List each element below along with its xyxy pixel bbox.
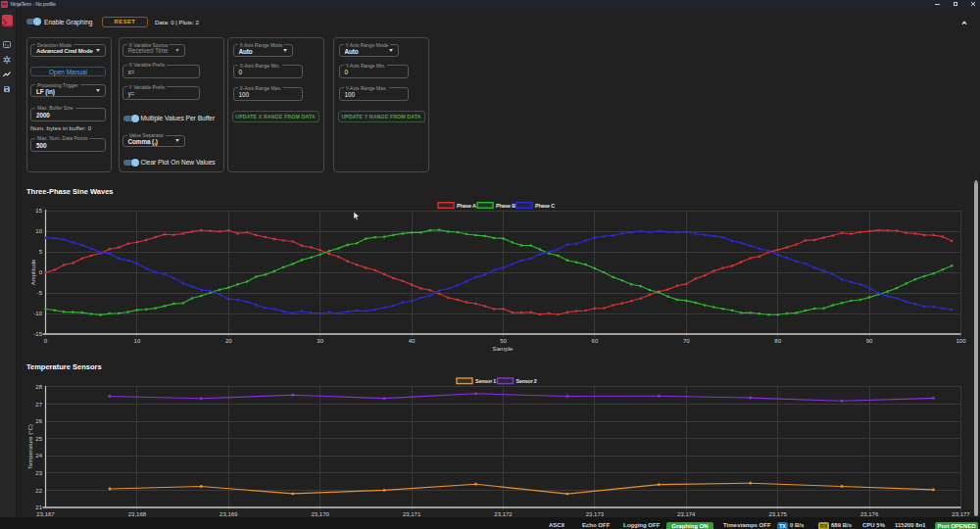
svg-text:Phase B: Phase B [496,203,515,209]
svg-text:Three-Phase Sine Waves: Three-Phase Sine Waves [26,187,114,196]
svg-text:23,168: 23,168 [128,511,147,517]
svg-text:70: 70 [683,338,690,344]
svg-text:10: 10 [35,228,42,234]
svg-text:28: 28 [35,384,42,390]
svg-text:Temperature Sensors: Temperature Sensors [26,362,102,371]
svg-text:Phase A: Phase A [457,203,476,209]
svg-text:5: 5 [39,249,43,255]
svg-text:23,172: 23,172 [494,511,513,517]
svg-text:27: 27 [35,402,42,408]
svg-text:15: 15 [35,208,42,214]
svg-text:30: 30 [317,338,323,344]
svg-text:-10: -10 [33,311,42,316]
svg-text:25: 25 [35,436,42,442]
svg-text:23: 23 [35,470,42,476]
svg-text:40: 40 [409,338,416,344]
svg-text:20: 20 [225,338,232,344]
svg-text:22: 22 [35,488,42,494]
svg-text:Temperature (°C): Temperature (°C) [27,424,33,469]
svg-text:26: 26 [35,418,42,424]
svg-text:-5: -5 [37,290,43,296]
svg-text:10: 10 [134,338,141,344]
svg-text:23,173: 23,173 [586,511,605,517]
svg-text:100: 100 [956,338,966,344]
svg-text:80: 80 [774,338,781,344]
svg-text:23,169: 23,169 [220,511,238,517]
svg-text:Phase C: Phase C [535,203,555,209]
svg-text:0: 0 [44,338,48,344]
svg-text:50: 50 [500,338,507,344]
svg-text:23,170: 23,170 [312,511,330,517]
svg-text:Sensor 1: Sensor 1 [475,378,496,384]
svg-text:23,167: 23,167 [36,511,55,517]
svg-text:0: 0 [39,269,43,275]
svg-text:23,171: 23,171 [403,511,421,517]
svg-text:Sample: Sample [493,345,514,352]
svg-text:90: 90 [866,338,873,344]
svg-text:60: 60 [592,338,599,344]
svg-text:23,175: 23,175 [769,511,788,517]
svg-text:Amplitude: Amplitude [30,259,36,285]
svg-text:24: 24 [35,453,42,458]
svg-text:23,176: 23,176 [860,511,879,517]
svg-text:23,174: 23,174 [677,511,696,517]
svg-text:-15: -15 [33,331,42,337]
svg-text:23,177: 23,177 [952,511,970,517]
svg-text:21: 21 [35,505,42,510]
svg-text:Sensor 2: Sensor 2 [516,378,537,384]
